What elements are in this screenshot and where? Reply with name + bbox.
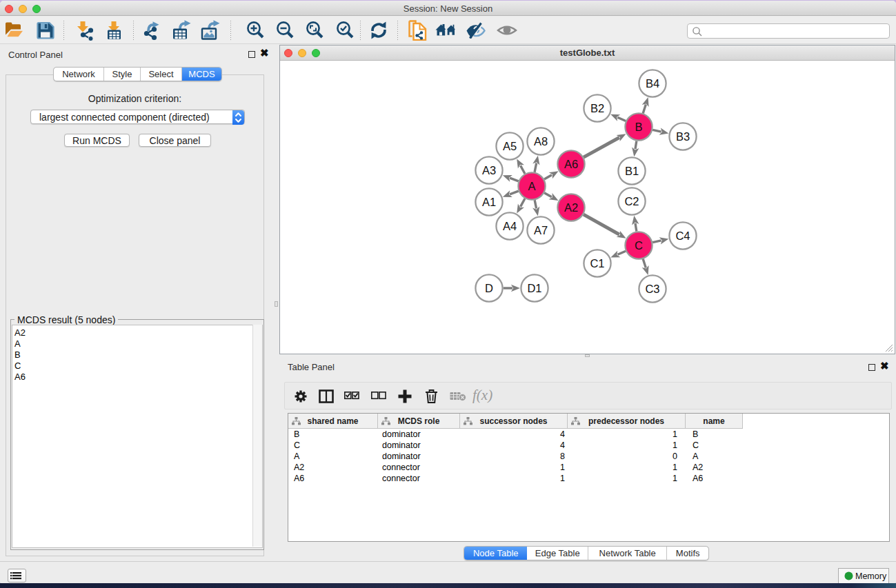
svg-text:B3: B3 [676,130,690,143]
svg-text:A1: A1 [482,196,496,208]
svg-text:C4: C4 [675,230,690,242]
svg-text:B1: B1 [625,165,639,177]
svg-text:A6: A6 [564,158,578,170]
svg-text:B2: B2 [590,102,604,114]
svg-text:A: A [528,180,535,192]
svg-text:C1: C1 [590,257,604,270]
svg-text:A8: A8 [534,135,548,148]
svg-text:A5: A5 [503,140,517,152]
svg-text:C: C [635,239,643,252]
svg-text:D: D [485,282,493,294]
svg-text:B: B [635,121,642,133]
svg-text:A2: A2 [564,201,578,214]
svg-text:C2: C2 [624,195,639,207]
svg-text:A3: A3 [482,164,496,176]
svg-text:C3: C3 [645,283,659,295]
svg-text:A4: A4 [503,220,517,232]
svg-text:A7: A7 [534,224,548,236]
svg-text:B4: B4 [646,77,659,90]
svg-text:D1: D1 [527,282,541,294]
